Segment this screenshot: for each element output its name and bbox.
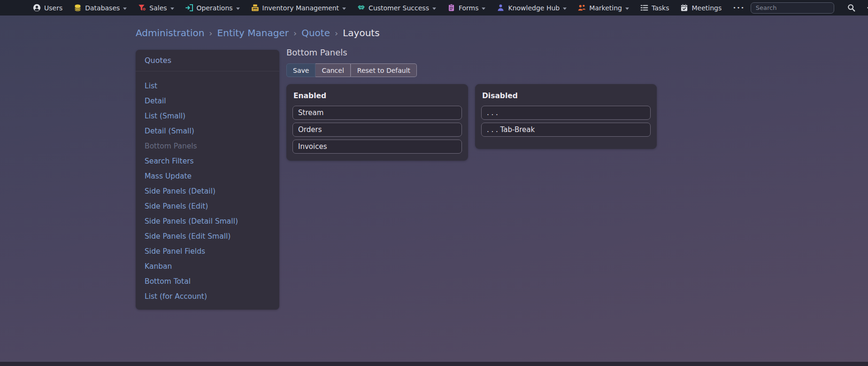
nav-label: Forms (459, 4, 479, 12)
cash-register-icon (251, 4, 259, 12)
nav-label: Marketing (589, 4, 622, 12)
disabled-panel-header: Disabled (482, 92, 650, 100)
enabled-panel-header: Enabled (293, 92, 461, 100)
sidebar-item-bottom-total[interactable]: Bottom Total (145, 274, 270, 289)
nav-label: Sales (149, 4, 167, 12)
sidebar-item-side-panels-edit[interactable]: Side Panels (Edit) (145, 199, 270, 214)
nav-item-sales[interactable]: Sales (132, 0, 179, 16)
nav-item-customer-success[interactable]: Customer Success (352, 0, 442, 16)
breadcrumb-link-entity-manager[interactable]: Entity Manager (217, 27, 289, 39)
handshake-icon (357, 4, 365, 12)
task-list-icon (640, 4, 648, 12)
nav-label: Inventory Management (262, 4, 339, 12)
sign-in-icon (185, 4, 193, 12)
breadcrumb-link-quote[interactable]: Quote (301, 27, 330, 39)
layout-item-orders[interactable]: Orders (292, 123, 462, 137)
nav-label: Operations (197, 4, 233, 12)
layout-action-buttons: Save Cancel Reset to Default (286, 63, 417, 77)
breadcrumb-separator: › (209, 28, 212, 38)
chevron-down-icon (432, 8, 436, 10)
main-menu: Users Databases Sales Operations (27, 0, 751, 16)
chevron-down-icon (123, 8, 127, 10)
breadcrumb-link-administration[interactable]: Administration (136, 27, 204, 39)
chevron-down-icon (625, 8, 629, 10)
sidebar-item-side-panels-edit-small[interactable]: Side Panels (Edit Small) (145, 229, 270, 244)
layout-editor-main: Bottom Panels Save Cancel Reset to Defau… (286, 47, 849, 161)
nav-item-databases[interactable]: Databases (68, 0, 132, 16)
search-input[interactable] (751, 2, 834, 14)
breadcrumb-separator: › (335, 28, 338, 38)
nav-more-button[interactable]: ••• (727, 5, 750, 11)
user-circle-icon (33, 4, 41, 12)
navbar-right-actions (751, 0, 868, 16)
nav-label: Users (44, 4, 62, 12)
nav-label: Databases (85, 4, 120, 12)
nav-item-meetings[interactable]: Meetings (675, 0, 727, 16)
nav-item-inventory-management[interactable]: Inventory Management (246, 0, 352, 16)
sidebar-header: Quotes (136, 50, 279, 71)
nav-item-marketing[interactable]: Marketing (572, 0, 635, 16)
sidebar-list: List Detail List (Small) Detail (Small) … (136, 71, 279, 310)
sidebar-item-list[interactable]: List (145, 78, 270, 93)
chevron-down-icon (236, 8, 240, 10)
sidebar-item-side-panels-detail[interactable]: Side Panels (Detail) (145, 184, 270, 199)
chevron-down-icon (563, 8, 567, 10)
page-background: Administration › Entity Manager › Quote … (0, 16, 868, 366)
database-icon (74, 4, 82, 12)
chevron-down-icon (170, 8, 174, 10)
sidebar-item-side-panels-detail-small[interactable]: Side Panels (Detail Small) (145, 214, 270, 229)
clipboard-icon (447, 4, 455, 12)
nav-label: Customer Success (369, 4, 429, 12)
layout-item-invoices[interactable]: Invoices (292, 140, 462, 154)
sidebar-item-bottom-panels: Bottom Panels (145, 139, 270, 154)
reset-to-default-button[interactable]: Reset to Default (351, 63, 417, 77)
save-button[interactable]: Save (286, 63, 315, 77)
sidebar-item-mass-update[interactable]: Mass Update (145, 169, 270, 184)
sidebar-item-search-filters[interactable]: Search Filters (145, 154, 270, 169)
breadcrumb: Administration › Entity Manager › Quote … (0, 16, 868, 39)
sidebar-item-list-for-account[interactable]: List (for Account) (145, 289, 270, 304)
quick-create-button[interactable] (862, 0, 868, 16)
breadcrumb-separator: › (293, 28, 297, 38)
sidebar-item-list-small[interactable]: List (Small) (145, 109, 270, 124)
chevron-down-icon (482, 8, 485, 10)
cancel-button[interactable]: Cancel (315, 63, 350, 77)
nav-item-users[interactable]: Users (27, 0, 68, 16)
nav-item-knowledge-hub[interactable]: Knowledge Hub (491, 0, 572, 16)
sidebar-item-kanban[interactable]: Kanban (145, 259, 270, 274)
chevron-down-icon (342, 8, 346, 10)
funnel-icon (138, 4, 146, 12)
nav-item-operations[interactable]: Operations (180, 0, 246, 16)
sidebar-item-detail[interactable]: Detail (145, 93, 270, 109)
search-button[interactable] (843, 0, 860, 16)
sidebar-item-detail-small[interactable]: Detail (Small) (145, 124, 270, 139)
nav-label: Tasks (652, 4, 669, 12)
nav-label: Meetings (691, 4, 722, 12)
layout-item-tab-break[interactable]: . . . Tab-Break (481, 123, 651, 137)
people-icon (578, 4, 586, 12)
person-icon (497, 4, 505, 12)
nav-item-tasks[interactable]: Tasks (635, 0, 675, 16)
layout-item-stream[interactable]: Stream (292, 106, 462, 120)
search-icon (847, 4, 855, 12)
page-title: Bottom Panels (286, 47, 849, 57)
layouts-sidebar: Quotes List Detail List (Small) Detail (… (136, 50, 279, 310)
disabled-panel: Disabled . . . . . . Tab-Break (475, 84, 657, 149)
enabled-panel: Enabled Stream Orders Invoices (286, 84, 468, 161)
calendar-check-icon (680, 4, 688, 12)
top-navbar: BI S Users Databases (0, 0, 868, 16)
nav-label: Knowledge Hub (508, 4, 560, 12)
footer-strip (0, 362, 868, 366)
sidebar-item-side-panel-fields[interactable]: Side Panel Fields (145, 244, 270, 259)
layout-item-placeholder[interactable]: . . . (481, 106, 651, 120)
breadcrumb-current: Layouts (343, 27, 379, 39)
nav-item-forms[interactable]: Forms (442, 0, 492, 16)
